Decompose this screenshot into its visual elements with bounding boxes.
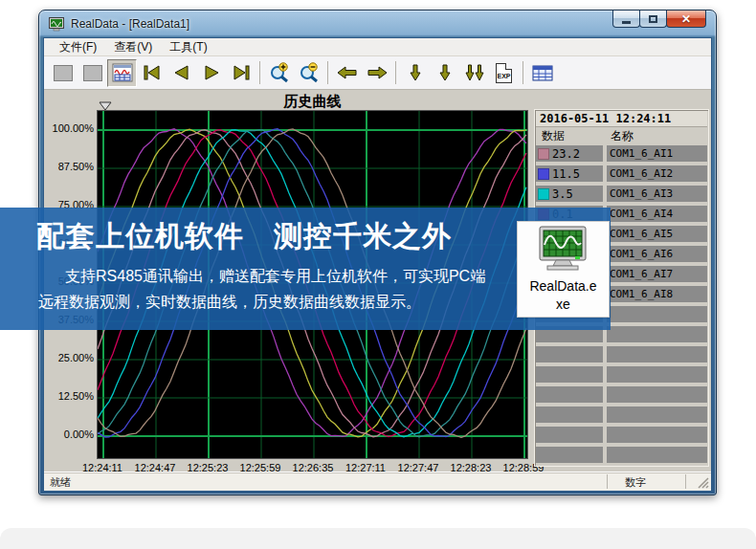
monitor-icon (518, 222, 609, 274)
tool-bar: EXP (44, 56, 711, 90)
menu-file[interactable]: 文件(F) (52, 38, 104, 56)
zoom-out-button[interactable] (294, 59, 323, 87)
banner-line1: 支持RS485通讯输出，赠送配套专用上位机软件，可实现PC端 (65, 267, 485, 287)
x-axis-tick: 12:25:59 (233, 462, 288, 472)
series-color-swatch (538, 168, 549, 180)
cursor-down-button[interactable] (400, 59, 430, 87)
data-table-icon (532, 65, 553, 81)
menu-bar: 文件(F) 查看(V) 工具(T) (44, 38, 711, 56)
cell-value (536, 346, 603, 362)
export-label: EXP (497, 73, 510, 79)
cell-name: COM1_6_AI8 (607, 286, 707, 302)
cell-name (607, 386, 707, 403)
page-down-icon (462, 63, 487, 82)
status-ready: 就绪 (50, 475, 71, 490)
table-row[interactable] (536, 447, 707, 463)
cell-value: 11.5 (536, 165, 603, 182)
zoom-out-icon (298, 62, 321, 83)
cell-name (607, 366, 707, 383)
export-button[interactable]: EXP (489, 59, 519, 87)
page: RealData - [RealData1] ✕ 文件(F) 查看(V) 工具(… (0, 0, 756, 549)
resize-grip[interactable] (697, 476, 709, 489)
history-chart-button[interactable] (107, 59, 137, 87)
banner-heading: 配套上位机软件 测控千米之外 (36, 217, 452, 256)
pan-right-button[interactable] (362, 59, 391, 87)
menu-view[interactable]: 查看(V) (106, 38, 160, 56)
series-color-swatch (538, 148, 549, 160)
pan-left-icon (336, 64, 359, 81)
cell-value: 3.5 (536, 186, 603, 202)
menu-tools[interactable]: 工具(T) (162, 38, 214, 56)
status-separator (685, 474, 686, 489)
x-axis-tick: 12:27:47 (390, 462, 446, 472)
x-axis-tick: 12:26:35 (285, 462, 341, 472)
stop-icon (54, 65, 73, 81)
minimize-icon (622, 21, 631, 24)
maximize-button[interactable] (639, 11, 667, 28)
minimize-button[interactable] (612, 11, 640, 28)
table-row[interactable] (536, 427, 707, 443)
go-prev-icon (171, 64, 192, 81)
step-down-button[interactable] (430, 59, 459, 87)
table-row[interactable] (536, 366, 707, 383)
table-row[interactable] (536, 386, 707, 403)
cell-name: COM1_6_AI3 (607, 186, 707, 202)
pan-left-button[interactable] (332, 59, 362, 87)
column-name: 名称 (607, 128, 707, 143)
x-axis-tick: 12:27:11 (338, 462, 393, 472)
table-row[interactable] (536, 406, 707, 423)
x-axis-tick: 12:24:47 (127, 462, 183, 472)
cell-name: COM1_6_AI4 (607, 206, 707, 222)
y-axis-tick: 100.00% (44, 122, 94, 134)
x-axis-tick: 12:28:23 (443, 462, 499, 472)
banner-line2: 远程数据观测，实时数据曲线，历史数据曲线数据显示。 (38, 293, 421, 313)
table-row[interactable] (536, 346, 707, 362)
cell-value (536, 386, 603, 403)
y-axis-tick: 87.50% (44, 161, 94, 172)
column-data: 数据 (536, 128, 607, 143)
cell-name: COM1_6_AI5 (607, 226, 707, 242)
value-text: 23.2 (552, 147, 580, 161)
export-icon: EXP (496, 63, 512, 83)
go-first-icon (142, 64, 163, 81)
data-table-button[interactable] (527, 59, 557, 87)
page-bottom-band (0, 528, 756, 549)
title-bar[interactable]: RealData - [RealData1] ✕ (39, 11, 716, 37)
panel-column-headers: 数据 名称 (536, 127, 707, 143)
go-last-button[interactable] (226, 59, 256, 87)
cell-name: COM1_6_AI7 (607, 266, 707, 282)
cell-name (607, 306, 707, 322)
cell-name (607, 326, 707, 342)
close-button[interactable]: ✕ (666, 11, 706, 28)
toolbar-separator (259, 61, 260, 84)
go-next-button[interactable] (196, 59, 226, 87)
cell-value (536, 447, 603, 463)
cell-name: COM1_6_AI1 (607, 145, 707, 162)
stop-button[interactable] (48, 59, 78, 87)
cell-value: 23.2 (536, 145, 603, 162)
go-next-icon (201, 64, 222, 81)
zoom-in-button[interactable] (264, 59, 294, 87)
page-down-button[interactable] (459, 59, 489, 87)
go-prev-button[interactable] (167, 59, 196, 87)
status-bar: 就绪 数字 (44, 472, 711, 491)
value-text: 11.5 (552, 167, 580, 181)
cell-name (607, 427, 707, 443)
table-row[interactable]: 11.5COM1_6_AI2 (536, 165, 707, 182)
window-title: RealData - [RealData1] (71, 17, 189, 31)
icon-caption-line1: RealData.e (518, 277, 609, 296)
pause-icon (83, 65, 102, 81)
x-axis-tick: 12:25:23 (180, 462, 235, 472)
toolbar-separator (395, 61, 396, 84)
cell-name: COM1_6_AI2 (607, 165, 707, 182)
realdata-exe-icon-box: RealData.e xe (517, 221, 610, 318)
cell-name (607, 447, 707, 463)
go-first-button[interactable] (137, 59, 167, 87)
table-row[interactable]: 3.5COM1_6_AI3 (536, 186, 707, 202)
y-axis-tick: 0.00% (44, 428, 94, 440)
table-row[interactable]: 23.2COM1_6_AI1 (536, 145, 707, 162)
cell-value (536, 427, 603, 443)
pan-right-icon (366, 64, 389, 81)
app-icon (49, 17, 65, 32)
pause-button[interactable] (78, 59, 107, 87)
